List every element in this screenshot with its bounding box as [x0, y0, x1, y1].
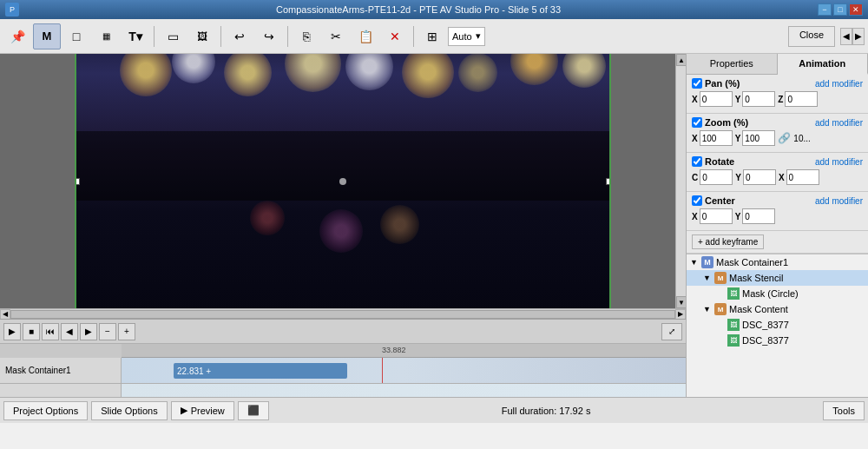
- pan-x-input[interactable]: [700, 91, 733, 107]
- toolbar-square-button[interactable]: □: [62, 23, 90, 50]
- preview-button[interactable]: ▶ Preview: [171, 401, 234, 420]
- expand-arrow-icon[interactable]: ▼: [690, 258, 699, 267]
- zoom-label: Zoom (%): [705, 117, 748, 128]
- tools-button[interactable]: Tools: [823, 401, 865, 420]
- zoom-x-input[interactable]: [700, 130, 733, 146]
- zoom-checkbox[interactable]: [692, 117, 702, 128]
- pan-y-input[interactable]: [742, 91, 775, 107]
- vertical-scrollbar[interactable]: ▲ ▼: [675, 54, 686, 308]
- tree-item-dsc-8377-2[interactable]: 🖼DSC_8377: [687, 333, 868, 348]
- toolbar-copy-button[interactable]: ⎘: [293, 23, 320, 50]
- toolbar-image-button[interactable]: 🖼: [188, 23, 216, 50]
- tree-item-mask-content[interactable]: ▼MMask Content: [687, 301, 868, 317]
- center-add-modifier[interactable]: add modifier: [815, 196, 863, 206]
- zoom-add-modifier[interactable]: add modifier: [815, 118, 863, 128]
- back-button[interactable]: ◀: [61, 323, 78, 340]
- toolbar-rect-button[interactable]: ▭: [159, 23, 187, 50]
- add-keyframe-button[interactable]: + add keyframe: [692, 234, 764, 249]
- bokeh-reflect-1: [250, 201, 285, 235]
- scroll-down-button[interactable]: ▼: [676, 296, 686, 308]
- close-button[interactable]: Close: [788, 26, 835, 47]
- toolbar-m-button[interactable]: M: [33, 23, 61, 50]
- nav-left-button[interactable]: ◀: [840, 28, 852, 45]
- tree-item-mask-stencil[interactable]: ▼MMask Stencil: [687, 270, 868, 286]
- stop-button[interactable]: ■: [23, 323, 40, 340]
- zoom-link-icon[interactable]: 🔗: [778, 132, 791, 144]
- rotate-y-input[interactable]: [743, 169, 776, 185]
- toolbar-grid-button[interactable]: ⊞: [418, 23, 446, 50]
- track-bar[interactable]: 22.831 +: [174, 363, 347, 379]
- rotate-y-label: Y: [735, 173, 741, 182]
- pan-header-row: Pan (%) add modifier: [692, 78, 863, 89]
- close-window-button[interactable]: ✕: [849, 3, 863, 16]
- tab-animation[interactable]: Animation: [778, 54, 869, 75]
- timeline-controls: ▶ ■ ⏮ ◀ ▶ − + ⤢: [0, 320, 686, 344]
- slide-options-button[interactable]: Slide Options: [91, 401, 167, 420]
- toolbar-redo-button[interactable]: ↪: [255, 23, 283, 50]
- expand-arrow-icon[interactable]: ▼: [703, 274, 712, 282]
- timeline: ▶ ■ ⏮ ◀ ▶ − + ⤢ 33.882 Mask Conta: [0, 319, 686, 397]
- toolbar-undo-button[interactable]: ↩: [226, 23, 253, 50]
- toolbar-text-button[interactable]: T▾: [122, 23, 149, 50]
- toolbar-paste-button[interactable]: 📋: [352, 23, 379, 50]
- tree-item-mask-container1[interactable]: ▼MMask Container1: [687, 254, 868, 270]
- rotate-c-input[interactable]: [700, 169, 733, 185]
- playhead[interactable]: [382, 358, 383, 383]
- rotate-x-coord: X: [779, 169, 819, 185]
- center-y-input[interactable]: [742, 208, 775, 224]
- tree-item-label: DSC_8377: [742, 335, 789, 346]
- zoom-section: Zoom (%) add modifier X Y 🔗 10...: [687, 114, 868, 153]
- zoom-values-row: X Y 🔗 10...: [692, 130, 863, 146]
- rotate-checkbox[interactable]: [692, 156, 702, 167]
- track-content[interactable]: 22.831 +: [122, 358, 686, 383]
- expand-arrow-icon[interactable]: ▼: [703, 305, 712, 314]
- rotate-header-row: Rotate add modifier: [692, 156, 863, 167]
- project-options-button[interactable]: Project Options: [3, 401, 88, 420]
- fit-button[interactable]: ⤢: [661, 323, 682, 340]
- window-controls: − □ ✕: [818, 3, 863, 16]
- handle-mr[interactable]: [606, 178, 611, 185]
- scroll-right-button[interactable]: ▶: [675, 309, 686, 320]
- scroll-left-button[interactable]: ◀: [0, 309, 10, 320]
- tree-item-dsc-8377-1[interactable]: 🖼DSC_8377: [687, 317, 868, 333]
- toolbar-cut-button[interactable]: ✂: [322, 23, 350, 50]
- play-button[interactable]: ▶: [3, 323, 21, 340]
- toolbar-auto-dropdown[interactable]: Auto ▾: [448, 27, 485, 46]
- tree-item-icon: M: [714, 272, 727, 284]
- toolbar-delete-button[interactable]: ✕: [381, 23, 409, 50]
- zoom-y-input[interactable]: [742, 130, 775, 146]
- rotate-add-modifier[interactable]: add modifier: [815, 157, 863, 167]
- track-content-2[interactable]: [122, 384, 686, 397]
- handle-ml[interactable]: [75, 178, 80, 185]
- nav-right-button[interactable]: ▶: [852, 28, 865, 45]
- toolbar-mask-button[interactable]: ▦: [92, 23, 120, 50]
- canvas-area[interactable]: ▲ ▼: [0, 54, 686, 308]
- statusbar: Project Options Slide Options ▶ Preview …: [0, 397, 868, 423]
- minimize-button[interactable]: −: [818, 3, 832, 16]
- screen-button[interactable]: ⬛: [238, 401, 269, 420]
- pan-add-modifier[interactable]: add modifier: [815, 79, 863, 89]
- tab-properties[interactable]: Properties: [687, 54, 778, 74]
- pan-checkbox[interactable]: [692, 78, 702, 89]
- horizontal-scrollbar[interactable]: [10, 310, 675, 319]
- volume-down-button[interactable]: −: [99, 323, 116, 340]
- maximize-button[interactable]: □: [833, 3, 847, 16]
- time-marker: 33.882: [382, 346, 406, 354]
- tree-item-label: DSC_8377: [742, 320, 789, 330]
- center-x-input[interactable]: [700, 208, 733, 224]
- center-values-row: X Y: [692, 208, 863, 224]
- toolbar-pin-button[interactable]: 📌: [3, 23, 31, 50]
- tree-item-mask-circle[interactable]: 🖼Mask (Circle): [687, 286, 868, 301]
- rotate-values-row: C Y X: [692, 169, 863, 185]
- forward-button[interactable]: ▶: [80, 323, 97, 340]
- volume-up-button[interactable]: +: [118, 323, 135, 340]
- track-label: Mask Container1: [0, 358, 122, 383]
- tree-item-icon: M: [714, 303, 727, 315]
- pan-z-input[interactable]: [785, 91, 818, 107]
- center-x-coord: X: [692, 208, 733, 224]
- scroll-up-button[interactable]: ▲: [676, 54, 686, 66]
- center-checkbox[interactable]: [692, 195, 702, 206]
- prev-button[interactable]: ⏮: [42, 323, 59, 340]
- tree-item-icon: 🖼: [727, 287, 740, 300]
- rotate-x-input[interactable]: [786, 169, 819, 185]
